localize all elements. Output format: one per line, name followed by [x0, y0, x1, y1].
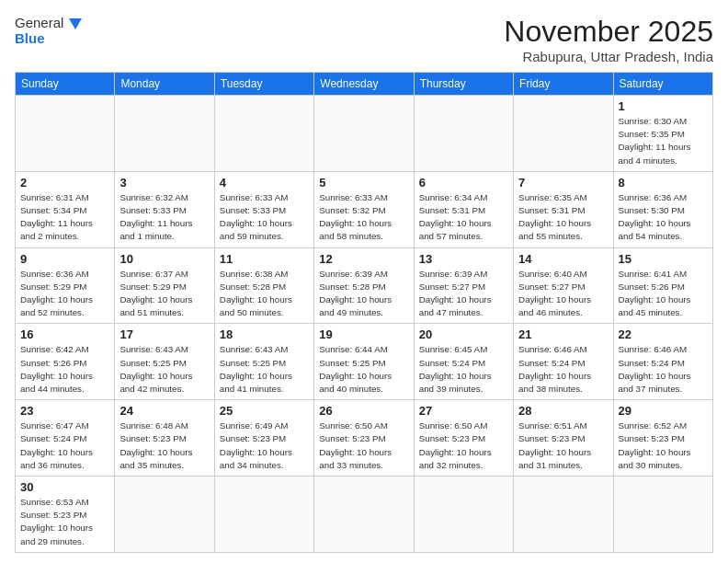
week-row-4: 16 Sunrise: 6:42 AMSunset: 5:26 PMDaylig…	[16, 324, 713, 400]
day-26: 26 Sunrise: 6:50 AMSunset: 5:23 PMDaylig…	[314, 400, 414, 477]
day-5: 5 Sunrise: 6:33 AMSunset: 5:32 PMDayligh…	[314, 171, 414, 247]
day-info-1: Sunrise: 6:30 AMSunset: 5:35 PMDaylight:…	[619, 115, 708, 167]
calendar-table: Sunday Monday Tuesday Wednesday Thursday…	[15, 72, 713, 553]
day-18: 18 Sunrise: 6:43 AMSunset: 5:25 PMDaylig…	[214, 324, 313, 400]
empty-cell	[214, 477, 313, 553]
logo: General Blue	[15, 15, 85, 47]
logo-triangle-icon	[65, 17, 85, 44]
day-30: 30 Sunrise: 6:53 AMSunset: 5:23 PMDaylig…	[16, 477, 115, 553]
day-28: 28 Sunrise: 6:51 AMSunset: 5:23 PMDaylig…	[514, 400, 613, 477]
day-23: 23 Sunrise: 6:47 AMSunset: 5:24 PMDaylig…	[16, 400, 115, 477]
day-21: 21 Sunrise: 6:46 AMSunset: 5:24 PMDaylig…	[514, 324, 613, 400]
header-monday: Monday	[115, 73, 214, 96]
day-9: 9 Sunrise: 6:36 AMSunset: 5:29 PMDayligh…	[16, 247, 115, 324]
title-area: November 2025 Rabupura, Uttar Pradesh, I…	[504, 15, 713, 64]
day-27: 27 Sunrise: 6:50 AMSunset: 5:23 PMDaylig…	[414, 400, 513, 477]
day-10: 10 Sunrise: 6:37 AMSunset: 5:29 PMDaylig…	[115, 247, 214, 324]
day-20: 20 Sunrise: 6:45 AMSunset: 5:24 PMDaylig…	[414, 324, 513, 400]
weekday-header-row: Sunday Monday Tuesday Wednesday Thursday…	[16, 73, 713, 96]
day-25: 25 Sunrise: 6:49 AMSunset: 5:23 PMDaylig…	[214, 400, 313, 477]
day-13: 13 Sunrise: 6:39 AMSunset: 5:27 PMDaylig…	[414, 247, 513, 324]
logo-mark: General Blue	[15, 15, 85, 47]
empty-cell	[115, 96, 214, 172]
header-thursday: Thursday	[414, 73, 513, 96]
day-1: 1 Sunrise: 6:30 AMSunset: 5:35 PMDayligh…	[613, 96, 712, 172]
empty-cell	[16, 96, 115, 172]
week-row-3: 9 Sunrise: 6:36 AMSunset: 5:29 PMDayligh…	[16, 247, 713, 324]
header-friday: Friday	[514, 73, 613, 96]
day-12: 12 Sunrise: 6:39 AMSunset: 5:28 PMDaylig…	[314, 247, 414, 324]
week-row-6: 30 Sunrise: 6:53 AMSunset: 5:23 PMDaylig…	[16, 477, 713, 553]
empty-cell	[514, 477, 613, 553]
day-2: 2 Sunrise: 6:31 AMSunset: 5:34 PMDayligh…	[16, 171, 115, 247]
day-24: 24 Sunrise: 6:48 AMSunset: 5:23 PMDaylig…	[115, 400, 214, 477]
day-15: 15 Sunrise: 6:41 AMSunset: 5:26 PMDaylig…	[613, 247, 712, 324]
month-title: November 2025	[504, 15, 713, 49]
day-4: 4 Sunrise: 6:33 AMSunset: 5:33 PMDayligh…	[214, 171, 313, 247]
day-17: 17 Sunrise: 6:43 AMSunset: 5:25 PMDaylig…	[115, 324, 214, 400]
header-tuesday: Tuesday	[214, 73, 313, 96]
day-3: 3 Sunrise: 6:32 AMSunset: 5:33 PMDayligh…	[115, 171, 214, 247]
header-saturday: Saturday	[613, 73, 712, 96]
day-19: 19 Sunrise: 6:44 AMSunset: 5:25 PMDaylig…	[314, 324, 414, 400]
empty-cell	[414, 477, 513, 553]
location: Rabupura, Uttar Pradesh, India	[504, 49, 713, 64]
day-14: 14 Sunrise: 6:40 AMSunset: 5:27 PMDaylig…	[514, 247, 613, 324]
header: General Blue November 2025 Rabupura, Utt…	[15, 15, 713, 64]
day-11: 11 Sunrise: 6:38 AMSunset: 5:28 PMDaylig…	[214, 247, 313, 324]
empty-cell	[314, 477, 414, 553]
header-sunday: Sunday	[16, 73, 115, 96]
empty-cell	[514, 96, 613, 172]
day-16: 16 Sunrise: 6:42 AMSunset: 5:26 PMDaylig…	[16, 324, 115, 400]
empty-cell	[314, 96, 414, 172]
week-row-5: 23 Sunrise: 6:47 AMSunset: 5:24 PMDaylig…	[16, 400, 713, 477]
day-8: 8 Sunrise: 6:36 AMSunset: 5:30 PMDayligh…	[613, 171, 712, 247]
empty-cell	[214, 96, 313, 172]
empty-cell	[613, 477, 712, 553]
header-wednesday: Wednesday	[314, 73, 414, 96]
week-row-1: 1 Sunrise: 6:30 AMSunset: 5:35 PMDayligh…	[16, 96, 713, 172]
svg-marker-0	[69, 18, 82, 29]
page: General Blue November 2025 Rabupura, Utt…	[0, 0, 728, 563]
day-22: 22 Sunrise: 6:46 AMSunset: 5:24 PMDaylig…	[613, 324, 712, 400]
empty-cell	[115, 477, 214, 553]
week-row-2: 2 Sunrise: 6:31 AMSunset: 5:34 PMDayligh…	[16, 171, 713, 247]
day-7: 7 Sunrise: 6:35 AMSunset: 5:31 PMDayligh…	[514, 171, 613, 247]
day-number-1: 1	[619, 99, 708, 113]
empty-cell	[414, 96, 513, 172]
day-6: 6 Sunrise: 6:34 AMSunset: 5:31 PMDayligh…	[414, 171, 513, 247]
day-29: 29 Sunrise: 6:52 AMSunset: 5:23 PMDaylig…	[613, 400, 712, 477]
